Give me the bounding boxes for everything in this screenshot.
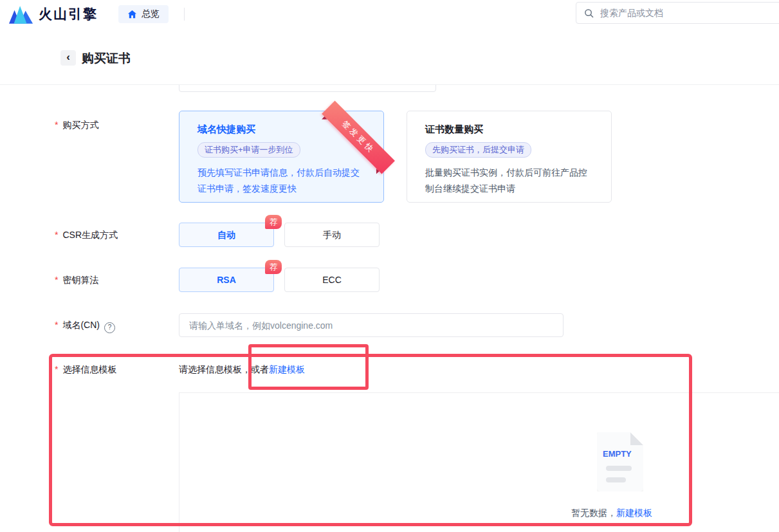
csr-option-manual[interactable]: 手动 <box>284 223 380 247</box>
card-tag: 先购买证书，后提交申请 <box>425 142 531 158</box>
nav-overview-button[interactable]: 总览 <box>118 5 169 23</box>
card-title: 证书数量购买 <box>425 124 611 136</box>
label-csr-method: *CSR生成方式 <box>55 230 118 241</box>
card-tag: 证书购买+申请一步到位 <box>197 142 300 158</box>
back-chevron-icon: ‹ <box>66 51 70 63</box>
create-template-link[interactable]: 新建模板 <box>269 364 305 374</box>
required-asterisk: * <box>55 275 58 285</box>
back-button[interactable]: ‹ <box>60 50 76 66</box>
placeholder-line <box>606 466 632 471</box>
key-option-rsa[interactable]: RSA 荐 <box>179 268 274 292</box>
card-description: 预先填写证书申请信息，付款后自动提交证书申请，签发速度更快 <box>197 165 368 197</box>
mountain-logo-icon <box>9 5 33 24</box>
domain-input-wrapper <box>179 313 564 337</box>
home-icon <box>127 10 137 19</box>
buy-certificate-page: 火山引擎 总览 ‹ 购买证书 *购买方式 <box>0 0 779 532</box>
top-bar: 火山引擎 总览 <box>0 0 779 29</box>
purchase-card-quantity[interactable]: 证书数量购买 先购买证书，后提交申请 批量购买证书实例，付款后可前往产品控制台继… <box>407 111 612 203</box>
card-title: 域名快捷购买 <box>197 124 383 136</box>
dropdown-panel-left-border <box>179 392 179 532</box>
create-template-link-empty[interactable]: 新建模板 <box>616 508 652 518</box>
card-description: 批量购买证书实例，付款后可前往产品控制台继续提交证书申请 <box>425 165 596 197</box>
required-asterisk: * <box>55 364 58 374</box>
dropdown-panel-top-border <box>179 392 779 393</box>
nav-overview-label: 总览 <box>142 8 160 20</box>
label-select-template: *选择信息模板 <box>55 364 116 376</box>
required-asterisk: * <box>55 230 58 240</box>
global-search[interactable] <box>576 2 779 24</box>
help-icon[interactable]: ? <box>104 322 115 333</box>
volcengine-logo[interactable]: 火山引擎 <box>9 5 98 24</box>
template-hint-text: 请选择信息模板，或者 <box>179 364 269 374</box>
empty-state-text: 暂无数据，新建模板 <box>571 508 652 519</box>
domain-input[interactable] <box>188 320 551 331</box>
search-icon <box>584 8 594 18</box>
required-asterisk: * <box>55 120 58 130</box>
empty-icon-label: EMPTY <box>603 449 632 459</box>
placeholder-line <box>606 477 626 482</box>
brand-name: 火山引擎 <box>39 5 98 23</box>
template-select-hint[interactable]: 请选择信息模板，或者新建模板 <box>179 364 305 376</box>
page-title: 购买证书 <box>82 50 131 67</box>
header-divider <box>184 8 185 21</box>
label-key-algorithm: *密钥算法 <box>55 275 98 286</box>
faster-issuance-ribbon: 签发更快 <box>322 101 395 174</box>
empty-state-icon: EMPTY <box>597 432 643 491</box>
folded-corner <box>630 432 643 445</box>
label-purchase-method: *购买方式 <box>55 120 98 131</box>
recommend-badge: 荐 <box>265 260 282 274</box>
purchase-card-domain-quick[interactable]: 域名快捷购买 证书购买+申请一步到位 预先填写证书申请信息，付款后自动提交证书申… <box>179 111 384 203</box>
key-option-ecc[interactable]: ECC <box>284 268 380 292</box>
recommend-badge: 荐 <box>265 215 282 229</box>
required-asterisk: * <box>55 320 58 330</box>
csr-option-auto[interactable]: 自动 荐 <box>179 223 274 247</box>
no-data-text: 暂无数据， <box>571 508 616 518</box>
label-domain-cn: *域名(CN)? <box>55 320 115 333</box>
annotation-box-large <box>49 354 692 526</box>
search-input[interactable] <box>599 7 779 19</box>
